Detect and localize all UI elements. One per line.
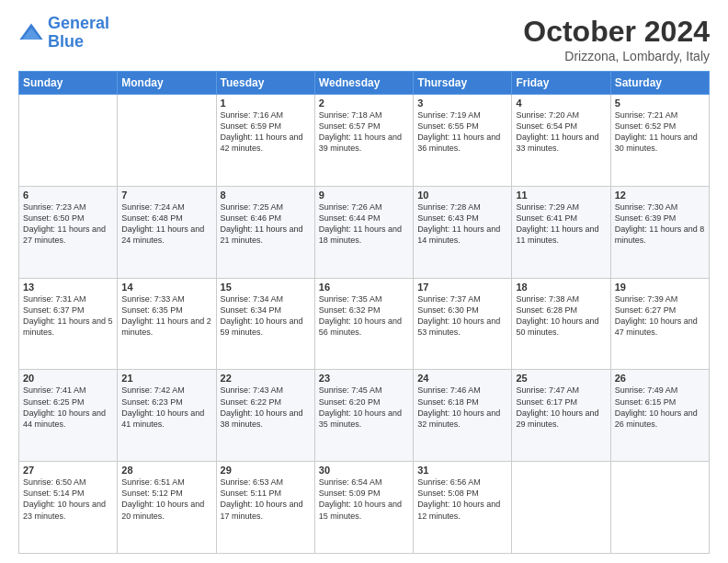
- calendar-week-3: 13Sunrise: 7:31 AM Sunset: 6:37 PM Dayli…: [19, 278, 710, 370]
- day-number: 30: [319, 465, 409, 476]
- day-info: Sunrise: 7:25 AM Sunset: 6:46 PM Dayligh…: [221, 201, 311, 247]
- day-number: 6: [23, 190, 113, 201]
- col-saturday: Saturday: [610, 72, 709, 95]
- location: Drizzona, Lombardy, Italy: [523, 49, 710, 63]
- month-title: October 2024: [523, 15, 710, 49]
- day-number: 16: [319, 282, 409, 293]
- logo-text: General Blue: [48, 15, 109, 52]
- calendar-cell: 1Sunrise: 7:16 AM Sunset: 6:59 PM Daylig…: [216, 95, 314, 187]
- title-block: October 2024 Drizzona, Lombardy, Italy: [523, 15, 710, 63]
- day-info: Sunrise: 7:37 AM Sunset: 6:30 PM Dayligh…: [417, 293, 507, 339]
- calendar-cell: 5Sunrise: 7:21 AM Sunset: 6:52 PM Daylig…: [610, 95, 709, 187]
- calendar-week-4: 20Sunrise: 7:41 AM Sunset: 6:25 PM Dayli…: [19, 370, 710, 462]
- calendar-cell: 26Sunrise: 7:49 AM Sunset: 6:15 PM Dayli…: [610, 370, 709, 462]
- day-info: Sunrise: 7:49 AM Sunset: 6:15 PM Dayligh…: [615, 385, 705, 430]
- day-info: Sunrise: 7:34 AM Sunset: 6:34 PM Dayligh…: [221, 293, 311, 339]
- calendar-week-2: 6Sunrise: 7:23 AM Sunset: 6:50 PM Daylig…: [19, 186, 710, 278]
- col-sunday: Sunday: [19, 72, 118, 95]
- day-number: 24: [417, 373, 507, 384]
- day-info: Sunrise: 7:16 AM Sunset: 6:59 PM Dayligh…: [221, 109, 311, 155]
- day-info: Sunrise: 6:56 AM Sunset: 5:08 PM Dayligh…: [417, 477, 507, 522]
- calendar-cell: [118, 95, 216, 187]
- calendar-cell: 29Sunrise: 6:53 AM Sunset: 5:11 PM Dayli…: [216, 462, 314, 554]
- day-info: Sunrise: 7:38 AM Sunset: 6:28 PM Dayligh…: [516, 293, 606, 339]
- col-thursday: Thursday: [414, 72, 512, 95]
- day-info: Sunrise: 7:35 AM Sunset: 6:32 PM Dayligh…: [319, 293, 409, 339]
- col-wednesday: Wednesday: [314, 72, 413, 95]
- day-info: Sunrise: 7:42 AM Sunset: 6:23 PM Dayligh…: [121, 385, 211, 430]
- day-number: 5: [615, 98, 705, 109]
- page: General Blue October 2024 Drizzona, Lomb…: [0, 0, 728, 563]
- col-friday: Friday: [512, 72, 610, 95]
- col-monday: Monday: [118, 72, 216, 95]
- calendar-cell: 31Sunrise: 6:56 AM Sunset: 5:08 PM Dayli…: [414, 462, 512, 554]
- header: General Blue October 2024 Drizzona, Lomb…: [18, 15, 710, 63]
- logo-icon: [18, 20, 44, 46]
- day-info: Sunrise: 7:43 AM Sunset: 6:22 PM Dayligh…: [221, 385, 311, 430]
- calendar-cell: 10Sunrise: 7:28 AM Sunset: 6:43 PM Dayli…: [414, 186, 512, 278]
- day-info: Sunrise: 7:23 AM Sunset: 6:50 PM Dayligh…: [23, 201, 113, 247]
- day-info: Sunrise: 7:19 AM Sunset: 6:55 PM Dayligh…: [417, 109, 507, 155]
- calendar-cell: 17Sunrise: 7:37 AM Sunset: 6:30 PM Dayli…: [414, 278, 512, 370]
- calendar-cell: 18Sunrise: 7:38 AM Sunset: 6:28 PM Dayli…: [512, 278, 610, 370]
- day-info: Sunrise: 6:50 AM Sunset: 5:14 PM Dayligh…: [23, 477, 113, 522]
- day-number: 1: [221, 98, 311, 109]
- calendar-cell: 9Sunrise: 7:26 AM Sunset: 6:44 PM Daylig…: [314, 186, 413, 278]
- calendar-cell: 6Sunrise: 7:23 AM Sunset: 6:50 PM Daylig…: [19, 186, 118, 278]
- calendar-cell: 8Sunrise: 7:25 AM Sunset: 6:46 PM Daylig…: [216, 186, 314, 278]
- calendar-cell: 21Sunrise: 7:42 AM Sunset: 6:23 PM Dayli…: [118, 370, 216, 462]
- day-number: 27: [23, 465, 113, 476]
- day-number: 28: [121, 465, 211, 476]
- calendar-cell: 27Sunrise: 6:50 AM Sunset: 5:14 PM Dayli…: [19, 462, 118, 554]
- day-number: 18: [516, 282, 606, 293]
- day-number: 19: [615, 282, 705, 293]
- day-number: 15: [221, 282, 311, 293]
- day-number: 2: [319, 98, 409, 109]
- col-tuesday: Tuesday: [216, 72, 314, 95]
- day-info: Sunrise: 7:47 AM Sunset: 6:17 PM Dayligh…: [516, 385, 606, 430]
- day-info: Sunrise: 7:30 AM Sunset: 6:39 PM Dayligh…: [615, 201, 705, 247]
- day-number: 23: [319, 373, 409, 384]
- day-number: 31: [417, 465, 507, 476]
- day-number: 20: [23, 373, 113, 384]
- day-info: Sunrise: 7:46 AM Sunset: 6:18 PM Dayligh…: [417, 385, 507, 430]
- day-info: Sunrise: 7:45 AM Sunset: 6:20 PM Dayligh…: [319, 385, 409, 430]
- day-number: 9: [319, 190, 409, 201]
- day-number: 12: [615, 190, 705, 201]
- calendar-cell: 20Sunrise: 7:41 AM Sunset: 6:25 PM Dayli…: [19, 370, 118, 462]
- day-info: Sunrise: 6:54 AM Sunset: 5:09 PM Dayligh…: [319, 477, 409, 522]
- day-info: Sunrise: 7:33 AM Sunset: 6:35 PM Dayligh…: [121, 293, 211, 339]
- calendar-cell: 3Sunrise: 7:19 AM Sunset: 6:55 PM Daylig…: [414, 95, 512, 187]
- calendar-cell: 22Sunrise: 7:43 AM Sunset: 6:22 PM Dayli…: [216, 370, 314, 462]
- day-info: Sunrise: 7:18 AM Sunset: 6:57 PM Dayligh…: [319, 109, 409, 155]
- day-number: 29: [221, 465, 311, 476]
- day-number: 4: [516, 98, 606, 109]
- day-info: Sunrise: 7:24 AM Sunset: 6:48 PM Dayligh…: [121, 201, 211, 247]
- calendar-cell: [19, 95, 118, 187]
- day-info: Sunrise: 7:26 AM Sunset: 6:44 PM Dayligh…: [319, 201, 409, 247]
- day-number: 3: [417, 98, 507, 109]
- day-number: 22: [221, 373, 311, 384]
- day-number: 17: [417, 282, 507, 293]
- day-number: 13: [23, 282, 113, 293]
- calendar-cell: 2Sunrise: 7:18 AM Sunset: 6:57 PM Daylig…: [314, 95, 413, 187]
- calendar-week-1: 1Sunrise: 7:16 AM Sunset: 6:59 PM Daylig…: [19, 95, 710, 187]
- calendar-cell: [610, 462, 709, 554]
- day-info: Sunrise: 7:28 AM Sunset: 6:43 PM Dayligh…: [417, 201, 507, 247]
- calendar-cell: 28Sunrise: 6:51 AM Sunset: 5:12 PM Dayli…: [118, 462, 216, 554]
- day-number: 7: [121, 190, 211, 201]
- day-info: Sunrise: 7:29 AM Sunset: 6:41 PM Dayligh…: [516, 201, 606, 247]
- calendar-cell: 12Sunrise: 7:30 AM Sunset: 6:39 PM Dayli…: [610, 186, 709, 278]
- calendar-cell: 11Sunrise: 7:29 AM Sunset: 6:41 PM Dayli…: [512, 186, 610, 278]
- day-info: Sunrise: 7:21 AM Sunset: 6:52 PM Dayligh…: [615, 109, 705, 155]
- day-number: 10: [417, 190, 507, 201]
- calendar-table: Sunday Monday Tuesday Wednesday Thursday…: [18, 71, 710, 554]
- day-info: Sunrise: 7:41 AM Sunset: 6:25 PM Dayligh…: [23, 385, 113, 430]
- day-number: 14: [121, 282, 211, 293]
- day-info: Sunrise: 6:53 AM Sunset: 5:11 PM Dayligh…: [221, 477, 311, 522]
- calendar-cell: 7Sunrise: 7:24 AM Sunset: 6:48 PM Daylig…: [118, 186, 216, 278]
- day-info: Sunrise: 7:20 AM Sunset: 6:54 PM Dayligh…: [516, 109, 606, 155]
- calendar-cell: 24Sunrise: 7:46 AM Sunset: 6:18 PM Dayli…: [414, 370, 512, 462]
- calendar-cell: 19Sunrise: 7:39 AM Sunset: 6:27 PM Dayli…: [610, 278, 709, 370]
- calendar-cell: 23Sunrise: 7:45 AM Sunset: 6:20 PM Dayli…: [314, 370, 413, 462]
